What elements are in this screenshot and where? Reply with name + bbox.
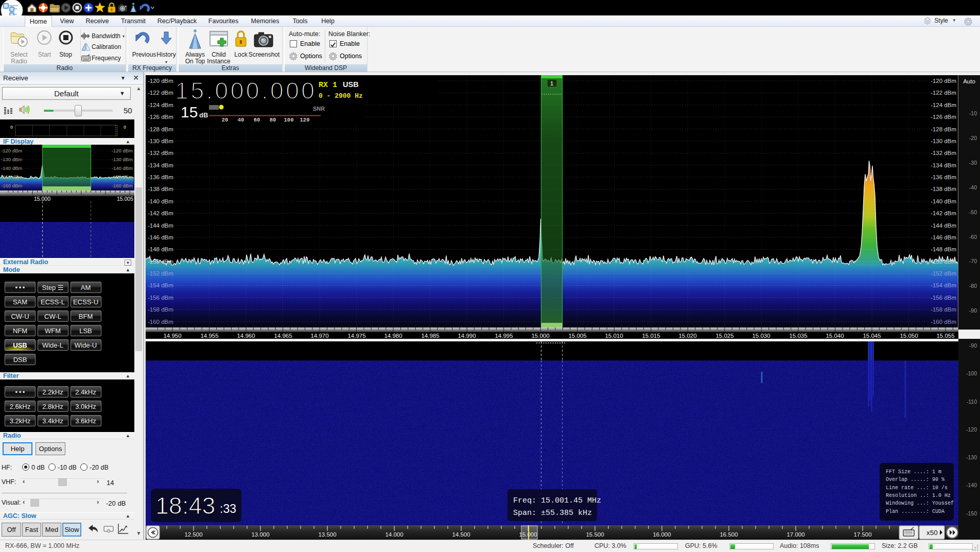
svg-text:0 - 2900 Hz: 0 - 2900 Hz <box>319 92 363 100</box>
svg-text:Freq: 15.001.45 MHz: Freq: 15.001.45 MHz <box>513 496 601 505</box>
svg-text:13.000: 13.000 <box>251 531 269 538</box>
svg-text:-158 dBm: -158 dBm <box>931 306 956 313</box>
svg-text:x50: x50 <box>926 529 938 537</box>
svg-text:-120 dBm: -120 dBm <box>1 148 22 153</box>
svg-text:-148 dBm: -148 dBm <box>931 246 956 252</box>
svg-text:-124 dBm: -124 dBm <box>148 102 173 108</box>
svg-text:-136 dBm: -136 dBm <box>931 174 956 180</box>
svg-text:-136 dBm: -136 dBm <box>148 174 173 180</box>
svg-text:14.955: 14.955 <box>200 333 218 339</box>
svg-text:-156 dBm: -156 dBm <box>148 295 173 301</box>
svg-text:-150 dBm: -150 dBm <box>148 258 173 265</box>
svg-text:-126 dBm: -126 dBm <box>931 114 956 120</box>
svg-text:-130 dBm: -130 dBm <box>112 157 133 162</box>
svg-text:-138 dBm: -138 dBm <box>931 186 956 192</box>
svg-text:15.040: 15.040 <box>826 333 844 339</box>
svg-text:15.030: 15.030 <box>752 333 770 339</box>
svg-text:17.000: 17.000 <box>786 531 804 538</box>
svg-text:-150 dBm: -150 dBm <box>1 174 22 180</box>
svg-text:14.970: 14.970 <box>310 333 328 339</box>
svg-text:-120 dBm: -120 dBm <box>931 78 956 84</box>
svg-text:-130 dBm: -130 dBm <box>1 157 22 162</box>
svg-text:-140 dBm: -140 dBm <box>148 198 173 204</box>
svg-text:15.005: 15.005 <box>568 333 586 339</box>
svg-text:14.500: 14.500 <box>452 531 470 538</box>
svg-text:-124 dBm: -124 dBm <box>931 102 956 108</box>
svg-text:20: 20 <box>222 117 229 123</box>
svg-text:-142 dBm: -142 dBm <box>148 210 173 216</box>
svg-text:-156 dBm: -156 dBm <box>931 295 956 301</box>
svg-text:-160 dBm: -160 dBm <box>112 183 133 188</box>
svg-text:-150 dBm: -150 dBm <box>931 258 956 265</box>
svg-text:15.045: 15.045 <box>863 333 881 339</box>
svg-text:13.500: 13.500 <box>318 531 336 538</box>
svg-text:-158 dBm: -158 dBm <box>148 306 173 313</box>
svg-text:0: 0 <box>124 125 126 130</box>
svg-text:80: 80 <box>270 117 276 123</box>
svg-text:-132 dBm: -132 dBm <box>931 150 956 156</box>
svg-text:-150 dBm: -150 dBm <box>112 174 133 180</box>
svg-text:17.500: 17.500 <box>853 531 871 538</box>
svg-text:-160 dBm: -160 dBm <box>148 319 173 325</box>
svg-text:15.000: 15.000 <box>519 531 537 538</box>
svg-text:-148 dBm: -148 dBm <box>148 246 173 252</box>
svg-text:USB: USB <box>343 80 359 89</box>
svg-text:-152 dBm: -152 dBm <box>148 270 173 277</box>
svg-text:14.980: 14.980 <box>384 333 402 339</box>
svg-text:-140 dBm: -140 dBm <box>1 165 22 171</box>
svg-text:100: 100 <box>284 117 294 123</box>
svg-text:-144 dBm: -144 dBm <box>148 222 173 229</box>
svg-text:-130 dBm: -130 dBm <box>148 138 173 144</box>
svg-text:-120 dBm: -120 dBm <box>112 148 133 153</box>
svg-text:-142 dBm: -142 dBm <box>931 210 956 216</box>
svg-text:60: 60 <box>254 117 260 123</box>
svg-text:-132 dBm: -132 dBm <box>148 150 173 156</box>
svg-text:14.995: 14.995 <box>495 333 513 339</box>
svg-text:15.000.000: 15.000.000 <box>175 77 317 104</box>
svg-text:15.015: 15.015 <box>642 333 660 339</box>
svg-text:12.500: 12.500 <box>184 531 202 538</box>
svg-text:15.050: 15.050 <box>900 333 918 339</box>
svg-text:-154 dBm: -154 dBm <box>931 282 956 288</box>
svg-text:15.005: 15.005 <box>117 196 133 202</box>
svg-text:15.000: 15.000 <box>531 333 549 339</box>
svg-text:RX 1: RX 1 <box>319 81 337 90</box>
svg-text:-122 dBm: -122 dBm <box>148 90 173 96</box>
svg-text:Windowing ...: Youssef: Windowing ...: Youssef <box>886 501 954 506</box>
svg-text:14.975: 14.975 <box>347 333 365 339</box>
svg-text:15.020: 15.020 <box>678 333 696 339</box>
svg-text:-120 dBm: -120 dBm <box>148 78 173 84</box>
svg-text:16.500: 16.500 <box>720 531 738 538</box>
svg-text:-160 dBm: -160 dBm <box>1 183 22 188</box>
svg-text:-144 dBm: -144 dBm <box>931 222 956 229</box>
svg-text:-154 dBm: -154 dBm <box>148 282 173 288</box>
svg-text:-130 dBm: -130 dBm <box>931 138 956 144</box>
svg-text:Overlap .....: 90 %: Overlap .....: 90 % <box>886 477 944 482</box>
svg-text:-134 dBm: -134 dBm <box>148 162 173 168</box>
svg-text:-152 dBm: -152 dBm <box>931 270 956 277</box>
svg-text:FFT Size ....: 1 m: FFT Size ....: 1 m <box>886 469 941 475</box>
svg-text:15.025: 15.025 <box>715 333 733 339</box>
svg-text:15.055: 15.055 <box>936 333 954 339</box>
svg-text:SNR: SNR <box>313 106 325 112</box>
svg-text:-140 dBm: -140 dBm <box>931 198 956 204</box>
svg-text:-128 dBm: -128 dBm <box>931 126 956 132</box>
svg-text:18:43: 18:43 <box>155 492 215 519</box>
svg-text:Line rate ...: 10 /s: Line rate ...: 10 /s <box>886 485 948 491</box>
svg-text:-122 dBm: -122 dBm <box>931 90 956 96</box>
svg-text:dB: dB <box>199 111 208 119</box>
svg-text:1: 1 <box>550 81 553 87</box>
svg-text:14.950: 14.950 <box>163 333 181 339</box>
svg-text:Resolution ..: 1.0 Hz: Resolution ..: 1.0 Hz <box>886 493 951 498</box>
svg-text:14.985: 14.985 <box>421 333 439 339</box>
svg-text::33: :33 <box>220 502 236 515</box>
svg-text:15.000: 15.000 <box>34 196 50 202</box>
svg-text:14.960: 14.960 <box>237 333 255 339</box>
svg-text:-128 dBm: -128 dBm <box>148 126 173 132</box>
svg-text:15.035: 15.035 <box>789 333 807 339</box>
svg-text:15: 15 <box>181 104 198 120</box>
svg-text:14.990: 14.990 <box>458 333 476 339</box>
svg-text:120: 120 <box>300 117 310 123</box>
svg-text:-160 dBm: -160 dBm <box>931 319 956 325</box>
svg-text:Span: ±55.385 kHz: Span: ±55.385 kHz <box>513 509 592 518</box>
